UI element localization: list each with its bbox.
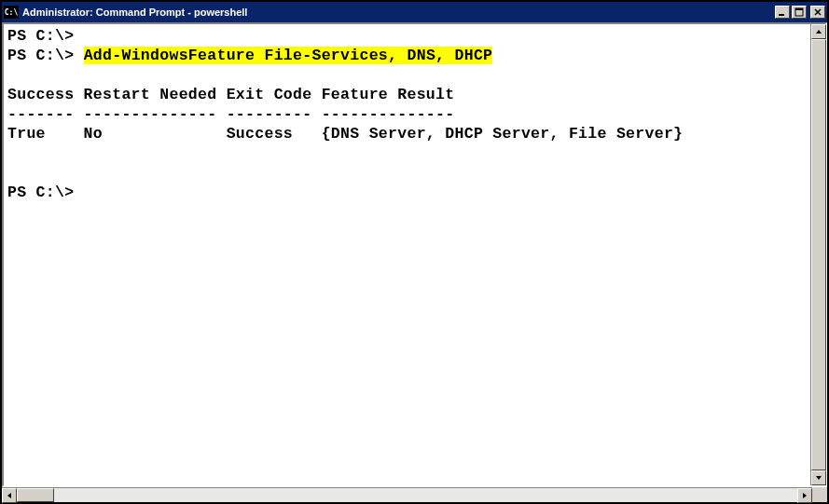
content-area: PS C:\> PS C:\> Add-WindowsFeature File-… — [2, 22, 827, 487]
arrow-right-icon — [803, 493, 807, 498]
terminal-line — [7, 65, 807, 85]
terminal-line: Success Restart Needed Exit Code Feature… — [7, 85, 807, 104]
minimize-button[interactable] — [775, 6, 790, 19]
arrow-up-icon — [816, 30, 822, 34]
horizontal-scroll-container — [2, 487, 827, 502]
arrow-left-icon — [7, 493, 11, 498]
close-button[interactable] — [810, 6, 825, 19]
command-text: Add-WindowsFeature File-Services, DNS, D… — [84, 47, 493, 64]
window-controls — [775, 6, 825, 19]
terminal-line: True No Success {DNS Server, DHCP Server… — [7, 124, 807, 143]
scroll-track-vertical[interactable] — [811, 39, 825, 470]
arrow-down-icon — [816, 476, 822, 480]
prompt: PS C:\> — [7, 184, 84, 201]
svg-rect-0 — [779, 14, 784, 16]
window-title: Administrator: Command Prompt - powershe… — [22, 7, 775, 18]
horizontal-scrollbar[interactable] — [2, 487, 812, 502]
terminal-line: PS C:\> — [7, 183, 807, 202]
terminal-line: ------- -------------- --------- -------… — [7, 104, 807, 124]
scroll-thumb-vertical[interactable] — [811, 39, 826, 470]
vertical-scrollbar[interactable] — [810, 24, 825, 485]
scroll-up-button[interactable] — [811, 24, 826, 39]
scroll-down-button[interactable] — [811, 470, 826, 485]
titlebar[interactable]: C:\ Administrator: Command Prompt - powe… — [2, 2, 827, 22]
scroll-track-horizontal[interactable] — [17, 488, 797, 502]
scroll-corner — [812, 487, 827, 502]
maximize-button[interactable] — [792, 6, 807, 19]
scroll-right-button[interactable] — [797, 488, 812, 503]
svg-rect-2 — [795, 8, 803, 10]
terminal-line: PS C:\> Add-WindowsFeature File-Services… — [7, 46, 807, 65]
command-prompt-window: C:\ Administrator: Command Prompt - powe… — [0, 0, 829, 504]
terminal-output[interactable]: PS C:\> PS C:\> Add-WindowsFeature File-… — [4, 24, 810, 485]
terminal-line: PS C:\> — [7, 26, 807, 46]
app-icon: C:\ — [4, 6, 19, 19]
terminal-line — [7, 163, 807, 183]
terminal-line — [7, 143, 807, 163]
scroll-left-button[interactable] — [2, 488, 17, 503]
prompt: PS C:\> — [7, 47, 84, 64]
scroll-thumb-horizontal[interactable] — [17, 488, 54, 502]
prompt: PS C:\> — [7, 27, 84, 45]
